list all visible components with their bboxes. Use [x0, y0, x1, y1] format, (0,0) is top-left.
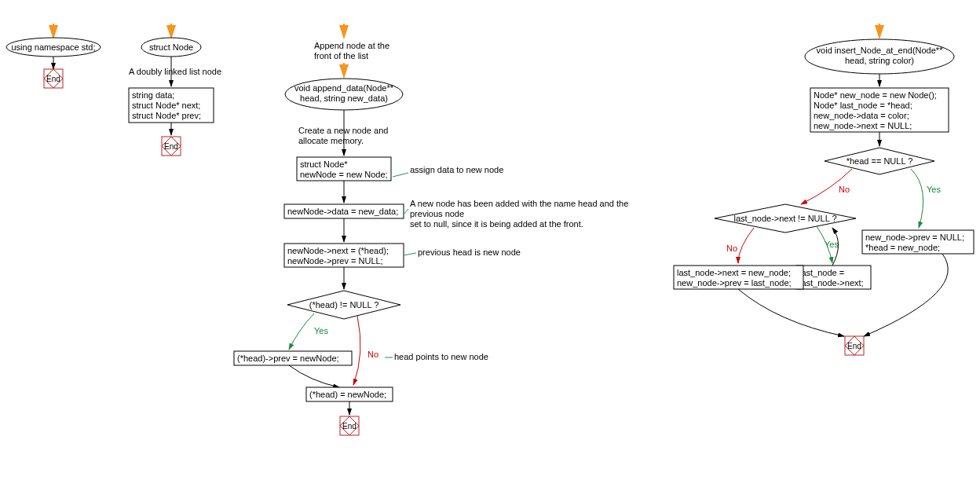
svg-text:A new node has been added with: A new node has been added with the name … [410, 199, 628, 208]
fc4-b4a: last_node->next = new_node; [677, 268, 791, 277]
svg-text:void append_data(Node**: void append_data(Node** [294, 83, 394, 93]
fc3-box5: (*head) = newNode; [309, 390, 386, 399]
fc2-comment1: A doubly linked list node [129, 67, 221, 76]
fc3-end: End [342, 422, 357, 431]
fc1-node1: using namespace std; [11, 42, 95, 52]
svg-text:head, string color): head, string color) [845, 56, 914, 65]
fc3-c1a: Append node at the [314, 41, 389, 50]
svg-line-28 [404, 253, 416, 255]
fc2-body2: struct Node* next; [132, 101, 200, 110]
fc4-no1: No [839, 185, 850, 194]
fc2-end: End [164, 142, 178, 151]
flowchart-4: void insert_Node_at_end(Node** head, str… [674, 24, 974, 355]
svg-text:Create a new node and: Create a new node and [298, 126, 388, 135]
svg-text:void insert_Node_at_end(Node**: void insert_Node_at_end(Node** [817, 46, 944, 55]
flowchart-3: Append node at the front of the list voi… [234, 24, 628, 435]
fc4-cond2: last_node->next != NULL ? [733, 214, 836, 223]
fc4-b1a: Node* new_node = new Node(); [814, 90, 937, 100]
flowchart-1: using namespace std; End [6, 24, 101, 88]
fc2-node1: struct Node [149, 42, 193, 52]
fc4-yes2: Yes [825, 240, 839, 249]
fc4-cond1: *head == NULL ? [847, 156, 913, 166]
svg-text:previous node: previous node [410, 209, 464, 218]
fc3-box1b: newNode = new Node; [300, 170, 388, 179]
fc3-box4: (*head)->prev = newNode; [237, 354, 339, 363]
fc4-yes1: Yes [927, 185, 941, 194]
fc2-body3: struct Node* prev; [132, 111, 201, 120]
fc3-box3b: newNode->prev = NULL; [287, 256, 383, 266]
flowchart-2: struct Node A doubly linked list node st… [129, 24, 221, 156]
fc4-b2a: new_node->prev = NULL; [865, 233, 964, 242]
fc3-box1a: struct Node* [300, 159, 348, 169]
fc4-b1b: Node* last_node = *head; [814, 101, 912, 110]
fc3-box2: newNode->data = new_data; [287, 207, 398, 216]
fc4-b3a: last_node = [799, 268, 844, 277]
fc3-c3: assign data to new node [410, 165, 503, 174]
fc3-c1b: front of the list [314, 51, 368, 60]
svg-text:head, string new_data): head, string new_data) [300, 93, 388, 103]
fc1-end: End [46, 75, 60, 83]
fc4-b3b: last_node->next; [799, 278, 864, 288]
fc4-no2: No [726, 244, 737, 253]
fc4-end: End [847, 342, 861, 350]
fc3-c5: previous head is new node [418, 247, 521, 257]
fc4-b2b: *head = new_node; [865, 243, 940, 252]
fc4-b1c: new_node->data = color; [814, 111, 909, 120]
svg-text:allocate memory.: allocate memory. [298, 136, 364, 145]
fc3-cond1: (*head) != NULL ? [309, 300, 379, 310]
fc3-yes: Yes [314, 326, 328, 335]
fc4-b1d: new_node->next = NULL; [814, 121, 912, 130]
fc2-body1: string data; [132, 90, 174, 100]
svg-line-23 [404, 209, 408, 214]
fc3-box3a: newNode->next = (*head); [287, 246, 389, 255]
fc3-c6: head points to new node [394, 352, 488, 361]
svg-text:set to null, since it is being: set to null, since it is being added at … [410, 219, 583, 229]
svg-line-20 [393, 173, 408, 177]
fc4-b4b: new_node->prev = last_node; [677, 278, 792, 288]
fc3-no: No [368, 350, 378, 359]
